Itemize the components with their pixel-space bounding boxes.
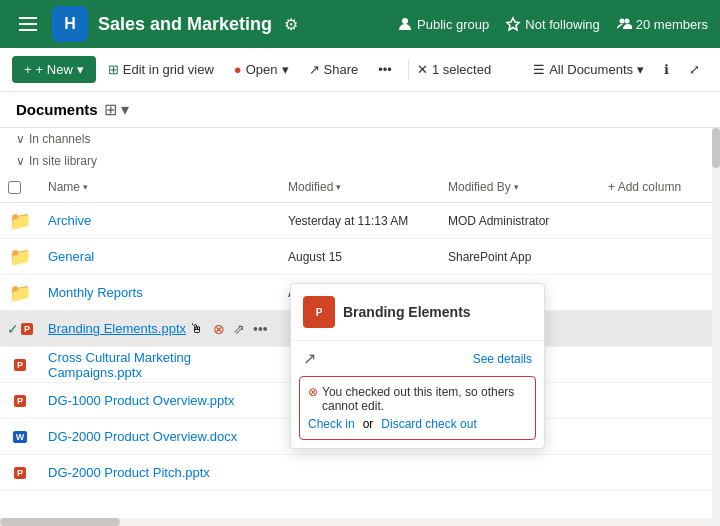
file-name[interactable]: Monthly Reports xyxy=(48,285,143,300)
expand-icon: ⤢ xyxy=(689,62,700,77)
file-name[interactable]: Branding Elements.pptx xyxy=(48,321,186,336)
following-item[interactable]: Not following xyxy=(505,16,599,32)
checkout-warning-text: ⊗ You checked out this item, so others c… xyxy=(308,385,527,413)
copy-link-icon[interactable]: ⇗ xyxy=(231,319,247,339)
col-checkbox[interactable] xyxy=(0,176,40,198)
all-docs-label: All Documents xyxy=(549,62,633,77)
all-docs-button[interactable]: ☰ All Documents ▾ xyxy=(525,58,652,81)
warning-circle-icon: ⊗ xyxy=(308,385,318,399)
cursor-icon: 🖱 xyxy=(190,321,203,336)
vertical-scroll-thumb[interactable] xyxy=(712,128,720,168)
see-details-link[interactable]: See details xyxy=(473,352,532,366)
row-icon-cell: P xyxy=(0,395,40,407)
table-row[interactable]: P DG-2000 Product Pitch.pptx xyxy=(0,455,720,491)
popup-file-name: Branding Elements xyxy=(343,304,471,320)
new-chevron-icon: ▾ xyxy=(77,62,84,77)
pptx-icon: P xyxy=(14,467,26,479)
file-name[interactable]: DG-2000 Product Overview.docx xyxy=(48,429,237,444)
public-group-item[interactable]: Public group xyxy=(397,16,489,32)
row-actions: ⊗ ⇗ ••• xyxy=(211,319,270,339)
row-icon-cell: P xyxy=(0,359,40,371)
file-modified-by: MOD Administrator xyxy=(440,214,600,228)
in-channels-section[interactable]: ∨ In channels xyxy=(0,128,720,150)
file-name[interactable]: DG-2000 Product Pitch.pptx xyxy=(48,465,210,480)
open-button[interactable]: ● Open ▾ xyxy=(226,56,297,83)
more-actions-icon[interactable]: ••• xyxy=(251,319,270,339)
row-icon-cell: ✓ P xyxy=(0,321,40,337)
file-name-cell: DG-2000 Product Pitch.pptx xyxy=(40,465,280,480)
file-name[interactable]: DG-1000 Product Overview.pptx xyxy=(48,393,234,408)
svg-point-0 xyxy=(402,18,408,24)
more-icon: ••• xyxy=(378,62,392,77)
share-link-icon: ↗ xyxy=(303,349,316,368)
row-icon-cell: W xyxy=(0,431,40,443)
in-site-library-chevron-icon: ∨ xyxy=(16,154,25,168)
select-all-checkbox[interactable] xyxy=(8,181,21,194)
file-name[interactable]: Cross Cultural Marketing Campaigns.pptx xyxy=(48,350,272,380)
app-icon: H xyxy=(52,6,88,42)
hamburger-button[interactable] xyxy=(12,8,44,40)
col-add-column-label: + Add column xyxy=(608,180,681,194)
in-site-library-section[interactable]: ∨ In site library xyxy=(0,150,720,172)
file-name-cell: Monthly Reports xyxy=(40,285,280,300)
table-row[interactable]: 📁 Archive Yesterday at 11:13 AM MOD Admi… xyxy=(0,203,720,239)
file-name-cell: General xyxy=(40,249,280,264)
folder-icon: 📁 xyxy=(9,246,31,268)
expand-button[interactable]: ⤢ xyxy=(681,56,708,83)
documents-title: Documents xyxy=(16,101,98,118)
share-button[interactable]: ↗ Share xyxy=(301,56,367,83)
selected-badge: ✕ 1 selected xyxy=(417,62,491,77)
folder-icon: 📁 xyxy=(9,210,31,232)
file-name[interactable]: General xyxy=(48,249,94,264)
col-add-column[interactable]: + Add column xyxy=(600,176,720,198)
info-button[interactable]: ℹ xyxy=(656,56,677,83)
row-icon-cell: 📁 xyxy=(0,282,40,304)
public-group-label: Public group xyxy=(417,17,489,32)
table-row[interactable]: 📁 General August 15 SharePoint App xyxy=(0,239,720,275)
col-modified[interactable]: Modified ▾ xyxy=(280,176,440,198)
checkout-x-icon[interactable]: ⊗ xyxy=(211,319,227,339)
toolbar: + + New ▾ ⊞ Edit in grid view ● Open ▾ ↗… xyxy=(0,48,720,92)
col-modified-by-sort-icon: ▾ xyxy=(514,182,519,192)
col-name[interactable]: Name ▾ xyxy=(40,176,280,198)
checkout-indicator-icon: ✓ xyxy=(7,321,19,337)
docx-icon: W xyxy=(13,431,28,443)
or-separator: or xyxy=(363,417,374,431)
top-bar-right: Public group Not following 20 members xyxy=(397,16,708,32)
checkout-warning: ⊗ You checked out this item, so others c… xyxy=(299,376,536,440)
list-icon: ☰ xyxy=(533,62,545,77)
discard-checkout-link[interactable]: Discard check out xyxy=(381,417,476,431)
edit-grid-label: Edit in grid view xyxy=(123,62,214,77)
new-button[interactable]: + + New ▾ xyxy=(12,56,96,83)
in-channels-label: In channels xyxy=(29,132,90,146)
file-name-cell: DG-1000 Product Overview.pptx xyxy=(40,393,280,408)
pptx-icon: P xyxy=(14,359,26,371)
col-modified-sort-icon: ▾ xyxy=(336,182,341,192)
svg-marker-1 xyxy=(507,18,519,30)
row-icon-cell: 📁 xyxy=(0,210,40,232)
members-label: 20 members xyxy=(636,17,708,32)
col-name-label: Name xyxy=(48,180,80,194)
col-name-sort-icon: ▾ xyxy=(83,182,88,192)
horizontal-scroll-thumb[interactable] xyxy=(0,518,120,526)
edit-grid-button[interactable]: ⊞ Edit in grid view xyxy=(100,56,222,83)
file-name[interactable]: Archive xyxy=(48,213,91,228)
in-site-library-label: In site library xyxy=(29,154,97,168)
horizontal-scrollbar[interactable] xyxy=(0,518,712,526)
pptx-icon: P xyxy=(14,395,26,407)
vertical-scrollbar[interactable] xyxy=(712,128,720,526)
file-name-cell: Branding Elements.pptx 🖱 ⊗ ⇗ ••• xyxy=(40,319,280,339)
file-name-cell: Archive xyxy=(40,213,280,228)
view-toggle-icon[interactable]: ⊞ ▾ xyxy=(104,100,129,119)
settings-icon[interactable]: ⚙ xyxy=(284,15,298,34)
svg-point-2 xyxy=(619,19,624,24)
close-selection-icon[interactable]: ✕ xyxy=(417,62,428,77)
col-modified-by[interactable]: Modified By ▾ xyxy=(440,176,600,198)
warning-message: You checked out this item, so others can… xyxy=(322,385,527,413)
check-in-link[interactable]: Check in xyxy=(308,417,355,431)
new-label: + New xyxy=(36,62,73,77)
members-item[interactable]: 20 members xyxy=(616,16,708,32)
popup-file-icon: P xyxy=(303,296,335,328)
more-button[interactable]: ••• xyxy=(370,56,400,83)
open-label: Open xyxy=(246,62,278,77)
